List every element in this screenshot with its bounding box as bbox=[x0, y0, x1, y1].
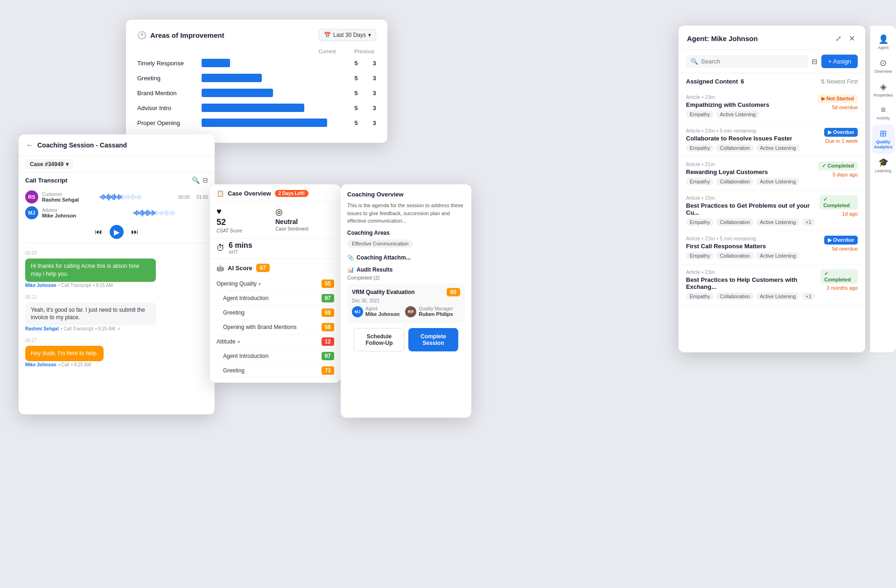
list-item[interactable]: Article • 23m Empathizing with Customers… bbox=[679, 90, 865, 123]
coaching-overview-title: Coaching Overview bbox=[347, 191, 465, 198]
tag: Collaboration bbox=[716, 144, 754, 152]
previous-value: 3 bbox=[373, 105, 376, 112]
current-value: 5 bbox=[355, 119, 358, 126]
schedule-followup-button[interactable]: Schedule Follow-Up bbox=[354, 328, 405, 351]
sidebar-label: Agent bbox=[878, 45, 889, 50]
content-list: Article • 23m Empathizing with Customers… bbox=[679, 88, 865, 352]
advisor-track-info: Advisor Mike Johnson bbox=[42, 208, 130, 218]
area-nums: 5 3 bbox=[348, 60, 376, 67]
badge-area: ✓ Completed 3 months ago bbox=[820, 269, 858, 291]
sort-selector[interactable]: ⇅ Newest First bbox=[820, 78, 858, 85]
area-row: Brand Mention 5 3 bbox=[137, 89, 376, 97]
list-item[interactable]: Article • 23m • 5 min remaining First Ca… bbox=[679, 231, 865, 265]
sidebar-item-activity[interactable]: ≡ Activity bbox=[872, 101, 895, 125]
sidebar-icon: 👤 bbox=[878, 34, 889, 44]
date-range-picker[interactable]: 📅 Last 30 Days ▾ bbox=[319, 29, 376, 41]
ai-score-item[interactable]: Opening Quality ▾ 55 bbox=[217, 277, 334, 291]
score-num: 12 bbox=[322, 337, 334, 346]
waveform-bar bbox=[140, 196, 141, 198]
sidebar-item-overview[interactable]: ⊙ Overview bbox=[872, 54, 895, 78]
area-row: Timely Response 5 3 bbox=[137, 59, 376, 67]
content-item-title: Collaborate to Resolve Issues Faster bbox=[686, 135, 792, 142]
waveform-bar bbox=[136, 196, 137, 198]
waveform-bar bbox=[128, 195, 129, 200]
audit-item-header: VRM Quality Evaluation 60 bbox=[352, 288, 460, 296]
waveform-bar bbox=[138, 211, 139, 215]
skip-back-button[interactable]: ⏮ bbox=[95, 225, 102, 239]
waveform-bar bbox=[159, 212, 160, 214]
filter-button[interactable]: ⊟ bbox=[812, 57, 818, 66]
content-tags: EmpathyActive Listening bbox=[686, 111, 858, 118]
call-transcript-header: Call Transcript 🔍 ⊟ bbox=[19, 173, 215, 188]
play-button[interactable]: ▶ bbox=[110, 225, 124, 239]
sidebar-item-quality-analytics[interactable]: ⊞ Quality Analytics bbox=[872, 125, 895, 154]
waveform-bar bbox=[154, 211, 155, 214]
days-left-badge: 2 Days Left! bbox=[275, 190, 309, 197]
search-transcript-button[interactable]: 🔍 bbox=[192, 176, 200, 184]
back-button[interactable]: ← bbox=[26, 141, 34, 149]
ai-score-sub-item: Greeting 73 bbox=[217, 364, 334, 378]
sub-item-label: Agent Introduction bbox=[223, 353, 268, 359]
assigned-header: Assigned Content 6 ⇅ Newest First bbox=[679, 73, 865, 88]
list-item[interactable]: Article • 21m Rewarding Loyal Customers … bbox=[679, 157, 865, 190]
search-input[interactable] bbox=[701, 58, 803, 65]
list-item[interactable]: Article • 15m Best Practices to Get Prob… bbox=[679, 190, 865, 231]
close-icon[interactable]: ✕ bbox=[847, 33, 857, 44]
audit-items-list: VRM Quality Evaluation 60 Dec 30, 2021 M… bbox=[347, 283, 465, 322]
sender-name: Rashmi Sehgal bbox=[25, 326, 59, 331]
sidebar: 👤 Agent ⊙ Overview ◈ Properties ≡ Activi… bbox=[870, 26, 896, 352]
filter-transcript-button[interactable]: ⊟ bbox=[203, 176, 208, 184]
area-bar-container bbox=[202, 74, 344, 82]
waveform-bar bbox=[163, 211, 164, 214]
attachment-icon: 📎 bbox=[347, 254, 354, 261]
expand-icon[interactable]: ▾ bbox=[259, 281, 261, 287]
waveform-bar bbox=[133, 212, 134, 214]
waveform-bar bbox=[146, 210, 147, 216]
search-box[interactable]: 🔍 bbox=[686, 55, 808, 68]
sidebar-icon: ⊙ bbox=[880, 58, 887, 68]
ai-score-sub-item: Agent Introduction 97 bbox=[217, 291, 334, 306]
sidebar-item-learning[interactable]: 🎓 Learning bbox=[872, 154, 895, 177]
expand-icon[interactable]: ▾ bbox=[238, 339, 240, 344]
sidebar-items: 👤 Agent ⊙ Overview ◈ Properties ≡ Activi… bbox=[872, 30, 895, 177]
audit-title: 📊 Audit Results bbox=[347, 266, 465, 273]
advisor-audio-track: MJ Advisor Mike Johnson bbox=[25, 206, 208, 219]
list-item[interactable]: Article • 23m Best Practices to Help Cus… bbox=[679, 265, 865, 305]
tag: Collaboration bbox=[716, 178, 754, 185]
waveform-bar bbox=[105, 196, 106, 198]
list-item[interactable]: Article • 23m • 5 min remaining Collabor… bbox=[679, 123, 865, 157]
coaching-title: Coaching Session - Cassand bbox=[37, 141, 127, 149]
skip-forward-button[interactable]: ⏭ bbox=[131, 225, 139, 239]
bubble-text: Hey dude, I'm here to help. bbox=[25, 346, 104, 361]
tag: Active Listening bbox=[716, 111, 759, 118]
badge-area: ▶ Not Started 5d overdue bbox=[818, 94, 858, 110]
ai-score-sub-item: Greeting 69 bbox=[217, 306, 334, 320]
badge-time: 5d overdue bbox=[832, 105, 858, 110]
case-badge[interactable]: Case #34949 ▾ bbox=[25, 159, 73, 169]
expand-icon[interactable]: ⤢ bbox=[833, 33, 843, 44]
sidebar-item-properties[interactable]: ◈ Properties bbox=[872, 78, 895, 102]
waveform-bar bbox=[170, 212, 171, 214]
waveform-bar bbox=[126, 195, 127, 199]
message-bubble: 00:12 Yeah, it's good so far. I just nee… bbox=[25, 294, 208, 332]
area-nums: 5 3 bbox=[348, 90, 376, 97]
waveform-bar bbox=[142, 210, 143, 217]
coaching-overview-card: Coaching Overview This is the agenda for… bbox=[341, 184, 471, 418]
assign-button[interactable]: + Assign bbox=[821, 55, 858, 68]
complete-session-button[interactable]: Complete Session bbox=[408, 328, 458, 351]
coaching-session-card: ← Coaching Session - Cassand Case #34949… bbox=[19, 134, 215, 414]
waveform-bar bbox=[124, 196, 125, 199]
audit-agents: MJ Agent Mike Johnson RP Quality Manager… bbox=[352, 306, 460, 317]
sidebar-label: Learning bbox=[875, 168, 891, 174]
badge-area: ▶ Overdue Due in 1 week bbox=[824, 128, 858, 144]
area-bar-container bbox=[202, 119, 344, 127]
badge-area: ✓ Completed 1d ago bbox=[819, 195, 858, 217]
bubble-text: Hi thanks for calling Acme this is aliso… bbox=[25, 259, 156, 282]
areas-rows: Timely Response 5 3 Greeting 5 3 Brand M… bbox=[137, 59, 376, 127]
area-nums: 5 3 bbox=[348, 119, 376, 126]
sidebar-item-agent[interactable]: 👤 Agent bbox=[872, 30, 895, 54]
coaching-areas-title: Coaching Areas bbox=[347, 230, 465, 236]
area-bar bbox=[202, 89, 273, 97]
ai-score-item[interactable]: Attitude ▾ 12 bbox=[217, 335, 334, 349]
current-value: 5 bbox=[355, 75, 358, 82]
